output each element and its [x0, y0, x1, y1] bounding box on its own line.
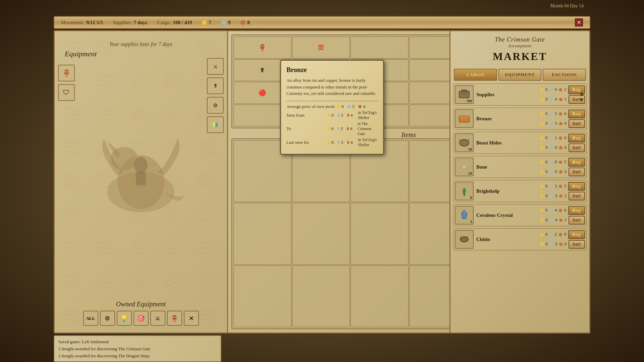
item-slot-13[interactable]: [233, 265, 291, 327]
seen-gold-val: 0: [331, 113, 336, 118]
seen-copper-icon: [347, 114, 349, 117]
market-item-supplies[interactable]: 709 Supplies 0 0 2 Buy 0 0: [453, 83, 587, 106]
seen-silver-val: 5: [341, 113, 346, 118]
log-line-1: Saved game: Left Settlement: [58, 339, 217, 346]
market-item-beast-hides[interactable]: 50 Beast Hides 0 1 0 Buy 0 0: [453, 132, 587, 154]
filter-containers[interactable]: 🏺: [167, 311, 182, 326]
equipment-panel: Your supplies lasts for 7 days Equipment…: [54, 30, 228, 334]
bronze-name: Bronze: [476, 116, 537, 122]
to-location: in The Crimson Gate: [358, 121, 378, 136]
equipment-title: Equipment: [65, 50, 97, 58]
market-item-brightkelp[interactable]: 6 Brightkelp 0 3 5 Buy 0 3: [453, 180, 587, 202]
s-buy-gold-icon: [540, 88, 543, 92]
bone-buy-button[interactable]: Buy: [568, 158, 585, 167]
brightkelp-sell-button[interactable]: Sell: [569, 192, 585, 200]
s-sell-gold-icon: [540, 98, 544, 101]
inv-slot-1[interactable]: 🏺: [233, 37, 291, 59]
market-panel: The Crimson Gate Encampment MARKET CARGO…: [449, 30, 590, 334]
game-log: Saved game: Left Settlement 2 Insight aw…: [54, 335, 221, 362]
beast-hides-buy-button[interactable]: Buy: [568, 134, 585, 142]
bronze-sell-button[interactable]: Sell: [569, 119, 585, 128]
filter-misc[interactable]: ✕: [184, 311, 199, 326]
filter-navigation[interactable]: 🎯: [133, 311, 149, 326]
svg-rect-9: [459, 116, 469, 118]
s-buy-gold-val: 0: [544, 87, 548, 92]
log-line-2: 2 Insight awarded for discovering The Cr…: [58, 346, 217, 353]
supplies-stat: Supplies: 7 days: [113, 20, 147, 25]
bone-prices: 0 0 5 Buy 0 0 4 Sell: [540, 158, 585, 176]
filter-combat[interactable]: ⚙: [100, 311, 115, 326]
market-item-chitin[interactable]: Chitin 0 2 9 Buy 0 3 6: [453, 228, 587, 250]
owned-equipment-section: Owned Equipment ALL ⚙ 💡 🎯 ⚔ 🏺 ✕: [58, 300, 224, 326]
filter-all[interactable]: ALL: [83, 311, 98, 326]
supplies-name: Supplies: [476, 92, 537, 98]
bronze-buy-button[interactable]: Buy: [568, 110, 585, 118]
ceruleus-sell-button[interactable]: Sell: [569, 216, 585, 225]
brightkelp-buy-button[interactable]: Buy: [568, 182, 585, 191]
to-gold-icon: [328, 127, 330, 130]
supplies-duration-text: Your supplies lasts for 7 days: [109, 41, 172, 47]
avg-copper-val: 4: [363, 104, 368, 109]
seen-silver-icon: [337, 114, 339, 117]
svg-point-10: [460, 139, 469, 146]
s-sell-copper-val: 1: [564, 97, 568, 102]
silver-value: 9: [228, 20, 231, 25]
brightkelp-name: Brightkelp: [476, 188, 537, 194]
to-label: To: [286, 126, 327, 131]
s-buy-copper-icon: [559, 88, 562, 92]
filter-utility[interactable]: 💡: [117, 311, 132, 326]
svg-point-13: [461, 168, 463, 170]
tooltip-title: Bronze: [286, 66, 378, 74]
last-label: Last seen for: [286, 140, 327, 145]
item-slot-9[interactable]: [351, 203, 409, 264]
silver-icon: [221, 20, 226, 25]
to-gold-val: 0: [331, 126, 336, 131]
avg-price-row: Average price of own stock: 0 5 4: [286, 104, 378, 109]
tooltip-description: An alloy from tin and copper, bronze is …: [286, 77, 378, 97]
beast-hides-prices: 0 1 0 Buy 0 0 9 Sell: [540, 134, 585, 152]
seen-copper-val: 4: [351, 113, 355, 118]
movement-stat: Movement: 9/12 5/5: [61, 20, 103, 25]
seen-from-label: Seen from: [286, 113, 327, 118]
s-buy-silver-val: 0: [554, 87, 558, 92]
item-slot-7[interactable]: [233, 203, 291, 264]
chitin-sell-button[interactable]: Sell: [569, 240, 585, 249]
item-slot-15[interactable]: [351, 265, 409, 327]
avg-copper-icon: [358, 105, 362, 108]
last-seen-row: Last seen for 0 5 4 in Tor'Zag's Shelter: [286, 137, 378, 147]
cargo-value: 100 / 419: [173, 20, 192, 25]
svg-rect-6: [462, 90, 467, 92]
last-gold-icon: [328, 141, 330, 144]
date-display: Month 04 Day 14: [550, 3, 584, 9]
market-item-ceruleus-crystal[interactable]: 3 Ceruleus Crystal 0 4 6 Buy 0 4: [453, 204, 587, 226]
beast-hides-sell-button[interactable]: Sell: [569, 143, 585, 152]
scroll-down-button[interactable]: ▼: [579, 97, 585, 104]
supplies-value: 7 days: [134, 20, 147, 25]
market-item-bronze[interactable]: Bronze 0 5 6 Buy 0 5 0: [453, 108, 587, 130]
market-tabs: CARGO EQUIPMENT FACTIONS: [454, 69, 586, 81]
item-slot-14[interactable]: [292, 265, 350, 327]
last-copper-icon: [347, 141, 349, 144]
tab-equipment[interactable]: EQUIPMENT: [498, 69, 542, 81]
bone-sell-button[interactable]: Sell: [569, 168, 585, 176]
avg-gold-icon: [337, 105, 340, 108]
filter-weapons[interactable]: ⚔: [150, 311, 165, 326]
avg-silver-icon: [347, 105, 351, 108]
close-button[interactable]: ✕: [575, 18, 583, 26]
inv-slot-3[interactable]: [351, 37, 409, 59]
svg-rect-5: [459, 91, 469, 98]
s-buy-silver-icon: [549, 88, 553, 92]
inv-slot-2[interactable]: 🧱: [292, 37, 350, 59]
tab-cargo[interactable]: CARGO: [454, 69, 497, 81]
last-location: in Tor'Zag's Shelter: [358, 137, 378, 147]
chitin-buy-button[interactable]: Buy: [568, 230, 585, 239]
brightkelp-icon: 6: [455, 182, 474, 200]
market-item-bone[interactable]: 50 Bone 0 0 5 Buy 0 0: [453, 156, 587, 178]
tab-factions[interactable]: FACTIONS: [543, 69, 586, 81]
ceruleus-crystal-icon: 3: [455, 206, 474, 225]
scroll-up-button[interactable]: ▲: [579, 90, 585, 97]
cargo-stat: Cargo: 100 / 419: [157, 20, 192, 25]
item-slot-8[interactable]: [292, 203, 350, 264]
seen-gold-icon: [328, 114, 330, 117]
ceruleus-buy-button[interactable]: Buy: [568, 206, 585, 215]
